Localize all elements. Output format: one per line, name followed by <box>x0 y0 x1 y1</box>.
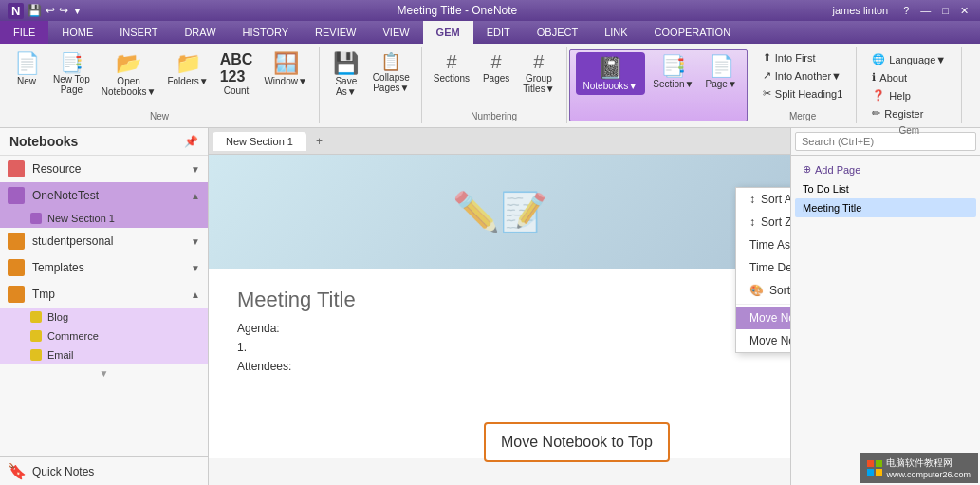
sidebar-item-blog[interactable]: Blog <box>0 308 208 326</box>
minimize-button[interactable]: — <box>916 5 934 17</box>
into-first-button[interactable]: ⬆ Into First <box>757 49 849 65</box>
page-button[interactable]: 📄 Page▼ <box>702 52 741 91</box>
quick-notes-label[interactable]: Quick Notes <box>32 465 94 478</box>
tab-insert[interactable]: INSERT <box>106 21 171 44</box>
time-descending-label: Time Descending <box>749 261 790 274</box>
quick-access-undo[interactable]: ↩ <box>46 4 55 17</box>
split-heading-label: Split Heading1 <box>775 88 843 100</box>
menu-time-ascending[interactable]: Time Ascending <box>736 233 790 256</box>
help-button[interactable]: ? <box>899 5 913 17</box>
help-gem-button[interactable]: ❓ Help <box>866 87 952 103</box>
user-name[interactable]: james linton <box>833 5 889 17</box>
search-input[interactable] <box>795 132 976 151</box>
app-title: Meeting Title - OneNote <box>398 4 518 17</box>
help-gem-icon: ❓ <box>872 89 885 102</box>
sidebar-item-new-section-1[interactable]: New Section 1 <box>0 209 208 228</box>
gem-group-label: Gem <box>898 123 919 136</box>
win-quad-yellow <box>876 469 882 476</box>
tab-draw[interactable]: DRAW <box>171 21 229 44</box>
notebooks-button[interactable]: 📓 Notebooks▼ <box>576 52 646 95</box>
ribbon-group-gem: 🌐 Language▼ ℹ About ❓ Help ✏ Register Ge… <box>857 47 962 123</box>
onenotetests-arrow: ▲ <box>191 191 200 201</box>
sidebar-item-resource[interactable]: Resource ▼ <box>0 156 208 182</box>
right-panel-page-meeting[interactable]: Meeting Title <box>795 198 976 217</box>
scroll-down-indicator[interactable]: ▼ <box>0 364 208 382</box>
resource-icon <box>8 160 25 177</box>
folders-button[interactable]: 📁 Folders▼ <box>163 49 212 88</box>
new-top-page-icon: 📑 <box>60 51 83 74</box>
sidebar-item-studentpersonal[interactable]: studentpersonal ▼ <box>0 228 208 254</box>
new-group-label: New <box>150 109 169 121</box>
tab-review[interactable]: REVIEW <box>302 21 369 44</box>
new-button[interactable]: 📄 New <box>8 49 46 88</box>
menu-move-to-bottom[interactable]: Move Notebook to Bottom <box>736 329 790 352</box>
tab-file[interactable]: FILE <box>0 21 48 44</box>
save-as-button[interactable]: 💾 SaveAs▼ <box>327 49 365 99</box>
add-page-button[interactable]: ⊕ Add Page <box>795 159 976 179</box>
sidebar-item-templates[interactable]: Templates ▼ <box>0 254 208 281</box>
page-title: Meeting Title <box>237 288 762 312</box>
language-button[interactable]: 🌐 Language▼ <box>866 51 952 67</box>
sidebar-item-tmp[interactable]: Tmp ▲ <box>0 281 208 308</box>
resource-label: Resource <box>32 162 183 176</box>
sidebar-item-onenotetests[interactable]: OneNoteTest ▲ <box>0 182 208 209</box>
sections-button[interactable]: # Sections <box>430 49 473 85</box>
language-icon: 🌐 <box>872 53 885 65</box>
tab-link[interactable]: LINK <box>591 21 640 44</box>
sidebar-item-email[interactable]: Email <box>0 345 208 364</box>
close-button[interactable]: ✕ <box>956 5 972 17</box>
into-another-button[interactable]: ↗ Into Another▼ <box>757 67 849 84</box>
tab-add-button[interactable]: + <box>308 131 330 152</box>
register-button[interactable]: ✏ Register <box>866 105 952 121</box>
tab-home[interactable]: HOME <box>48 21 106 44</box>
menu-sort-by-color[interactable]: 🎨 Sort by Color <box>736 279 790 302</box>
notebooks-label: Notebooks▼ <box>583 81 638 91</box>
watermark-label: 电脑软件教程网 <box>886 457 971 470</box>
templates-arrow: ▼ <box>191 263 200 273</box>
sidebar-item-commerce[interactable]: Commerce <box>0 326 208 345</box>
menu-sort-a-z[interactable]: ↕ Sort A to Z <box>736 188 790 211</box>
window-button[interactable]: 🪟 Window▼ <box>260 49 310 88</box>
maximize-button[interactable]: □ <box>938 5 952 17</box>
help-gem-label: Help <box>889 90 911 102</box>
menu-sort-z-a[interactable]: ↕ Sort Z to A <box>736 211 790 233</box>
quick-access-save[interactable]: 💾 <box>28 4 42 17</box>
quick-access-more[interactable]: ▼ <box>72 6 82 16</box>
content-area: New Section 1 + ✏️📝 Meeting Title Agenda… <box>209 128 790 485</box>
ribbon-group-merge-items: ⬆ Into First ↗ Into Another▼ ✂ Split Hea… <box>757 49 849 109</box>
tab-edit[interactable]: EDIT <box>473 21 524 44</box>
new-top-page-label: New TopPage <box>53 74 90 95</box>
split-heading-button[interactable]: ✂ Split Heading1 <box>757 85 849 102</box>
sidebar-footer: 🔖 Quick Notes <box>0 456 208 485</box>
right-panel: ⊕ Add Page To Do List Meeting Title <box>790 128 980 485</box>
agenda-label: Agenda: <box>237 322 762 335</box>
move-to-top-label: Move Notebook to Top <box>749 311 790 325</box>
into-buttons: ⬆ Into First ↗ Into Another▼ ✂ Split Hea… <box>757 49 849 102</box>
group-titles-button[interactable]: # GroupTitles▼ <box>519 49 558 96</box>
save-as-label: SaveAs▼ <box>335 76 357 97</box>
pages-button[interactable]: # Pages <box>477 49 515 85</box>
tab-object[interactable]: OBJECT <box>524 21 591 44</box>
sidebar-collapse-btn[interactable]: 📌 <box>184 135 198 148</box>
language-label: Language▼ <box>889 54 946 65</box>
ribbon-group-notebooks-items: 📓 Notebooks▼ 📑 Section▼ 📄 Page▼ <box>576 52 741 117</box>
right-panel-page-todo[interactable]: To Do List <box>795 179 976 198</box>
about-button[interactable]: ℹ About <box>866 69 952 85</box>
tab-cooperation[interactable]: COOPERATION <box>641 21 744 44</box>
open-notebooks-button[interactable]: 📂 OpenNotebooks▼ <box>98 49 160 99</box>
pages-list: ⊕ Add Page To Do List Meeting Title <box>791 156 980 485</box>
tab-history[interactable]: HISTORY <box>230 21 303 44</box>
new-top-page-button[interactable]: 📑 New TopPage <box>49 49 94 97</box>
tab-gem[interactable]: GEM <box>423 21 473 44</box>
section-button[interactable]: 📑 Section▼ <box>649 52 697 91</box>
menu-time-descending[interactable]: Time Descending <box>736 256 790 279</box>
ribbon-group-new: 📄 New 📑 New TopPage 📂 OpenNotebooks▼ 📁 F… <box>0 47 320 123</box>
quick-access-redo[interactable]: ↪ <box>59 4 68 17</box>
collapse-pages-button[interactable]: 📋 CollapsePages▼ <box>369 49 414 95</box>
tab-view[interactable]: VIEW <box>369 21 422 44</box>
sort-by-color-label: Sort by Color <box>769 284 790 297</box>
app-logo: N <box>8 3 24 19</box>
count-button[interactable]: ABC123 Count <box>216 49 257 98</box>
tab-new-section-1[interactable]: New Section 1 <box>213 132 306 151</box>
menu-move-to-top[interactable]: Move Notebook to Top <box>736 307 790 329</box>
